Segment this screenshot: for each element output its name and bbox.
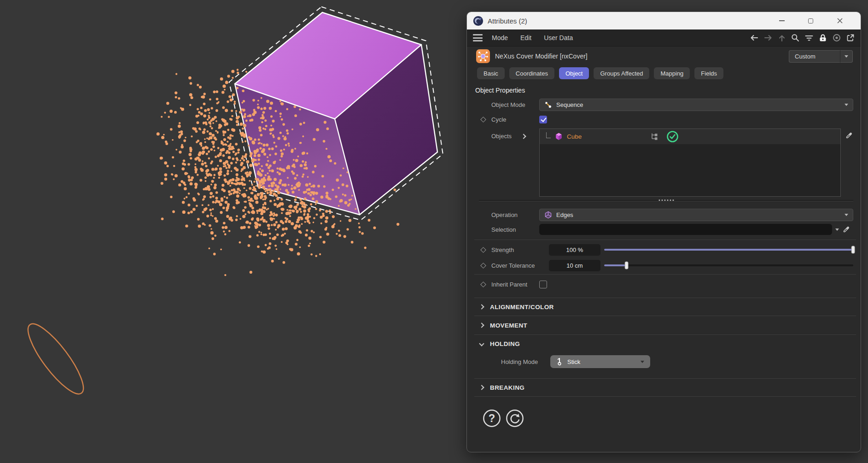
tab-basic[interactable]: Basic xyxy=(477,67,505,79)
sequence-icon xyxy=(544,101,552,109)
menu-toolbar xyxy=(750,34,855,42)
tab-object[interactable]: Object xyxy=(559,67,589,79)
selection-row: Selection xyxy=(467,224,861,235)
holding-mode-value: Stick xyxy=(567,358,580,365)
menu-bar: Mode Edit User Data xyxy=(467,29,861,47)
preset-value: Custom xyxy=(789,50,840,63)
inherit-parent-checkbox[interactable] xyxy=(539,281,547,288)
keyframe-diamond-icon[interactable] xyxy=(479,282,487,287)
strength-label: Strength xyxy=(491,246,539,253)
tab-coordinates[interactable]: Coordinates xyxy=(509,67,554,79)
preset-dropdown[interactable]: Custom xyxy=(789,50,853,63)
objects-row: Objects Cube xyxy=(467,129,861,197)
chevron-down-icon[interactable] xyxy=(835,229,839,231)
reset-refresh-icon[interactable] xyxy=(505,409,524,428)
tab-groups-affected[interactable]: Groups Affected xyxy=(594,67,649,79)
list-resize-splitter[interactable] xyxy=(479,199,853,203)
back-arrow-icon[interactable] xyxy=(750,34,758,41)
tab-mapping[interactable]: Mapping xyxy=(654,67,690,79)
minimize-icon xyxy=(779,20,785,21)
attributes-window: Attributes (2) Mode Edit User Data xyxy=(466,12,861,452)
edges-icon xyxy=(544,211,552,219)
footer-icons: ? xyxy=(467,397,861,428)
section-title: Object Properties xyxy=(467,82,861,95)
stick-icon xyxy=(556,358,563,366)
chevron-down-icon xyxy=(845,104,848,106)
eyedropper-icon[interactable] xyxy=(842,225,851,234)
keyframe-diamond-icon[interactable] xyxy=(479,117,487,122)
menu-item-user-data[interactable]: User Data xyxy=(544,34,573,41)
window-controls xyxy=(767,13,854,28)
menu-item-mode[interactable]: Mode xyxy=(492,34,508,41)
tree-branch-icon xyxy=(546,132,551,138)
section-movement[interactable]: MOVEMENT xyxy=(467,316,861,334)
objects-label-wrap: Objects xyxy=(491,129,539,144)
tab-bar: Basic Coordinates Object Groups Affected… xyxy=(467,66,861,82)
list-item-cube[interactable]: Cube xyxy=(540,129,840,144)
eyedropper-icon[interactable] xyxy=(845,131,853,141)
attributes-content: Object Properties Object Mode Sequence xyxy=(467,82,861,452)
tab-fields[interactable]: Fields xyxy=(694,67,723,79)
keyframe-diamond-icon[interactable] xyxy=(479,248,487,252)
object-mode-dropdown[interactable]: Sequence xyxy=(539,99,853,111)
chevron-right-icon xyxy=(479,304,484,309)
strength-row: Strength 100 % xyxy=(467,243,861,256)
section-alignment-color[interactable]: ALIGNMENT/COLOR xyxy=(467,298,861,316)
svg-text:?: ? xyxy=(489,412,495,424)
search-icon[interactable] xyxy=(791,34,799,42)
hierarchy-icon[interactable] xyxy=(650,133,659,141)
hamburger-menu-icon[interactable] xyxy=(473,34,483,41)
nxcover-modifier-icon xyxy=(476,49,490,63)
keyframe-diamond-icon[interactable] xyxy=(479,264,487,268)
cycle-checkbox[interactable] xyxy=(539,116,547,123)
object-mode-value: Sequence xyxy=(556,101,583,108)
section-breaking[interactable]: BREAKING xyxy=(467,379,861,396)
list-item-name[interactable]: Cube xyxy=(567,133,582,140)
window-title: Attributes (2) xyxy=(488,17,763,25)
popout-icon[interactable] xyxy=(846,34,855,42)
chevron-down-icon xyxy=(479,341,484,346)
cinema4d-logo-icon xyxy=(473,16,484,26)
chevron-down-icon xyxy=(641,361,644,363)
object-mode-row: Object Mode Sequence xyxy=(467,99,861,111)
inherit-parent-row: Inherit Parent xyxy=(467,278,861,290)
menu-item-edit[interactable]: Edit xyxy=(520,34,531,41)
slider-handle[interactable] xyxy=(624,262,628,270)
chevron-down-icon xyxy=(840,50,853,63)
objects-label: Objects xyxy=(491,133,512,140)
divider xyxy=(474,274,856,275)
forward-arrow-icon[interactable] xyxy=(764,34,773,41)
window-titlebar[interactable]: Attributes (2) xyxy=(467,12,861,29)
divider xyxy=(474,240,856,240)
selection-input[interactable] xyxy=(539,224,832,235)
inherit-parent-label: Inherit Parent xyxy=(491,281,539,288)
object-title: NeXus Cover Modifier [nxCover] xyxy=(495,53,784,60)
application-root: Attributes (2) Mode Edit User Data xyxy=(0,0,868,463)
holding-mode-label: Holding Mode xyxy=(501,358,550,365)
lock-icon[interactable] xyxy=(819,34,827,42)
chevron-right-icon xyxy=(479,322,484,328)
cover-tolerance-slider[interactable] xyxy=(604,262,853,270)
record-target-icon[interactable] xyxy=(833,34,841,42)
strength-slider[interactable] xyxy=(604,246,853,254)
operation-dropdown[interactable]: Edges xyxy=(539,209,853,221)
object-header: NeXus Cover Modifier [nxCover] Custom xyxy=(467,47,861,66)
strength-value[interactable]: 100 % xyxy=(549,244,600,256)
up-arrow-icon[interactable] xyxy=(778,34,786,42)
holding-mode-dropdown[interactable]: Stick xyxy=(550,355,650,368)
maximize-button[interactable] xyxy=(796,13,825,28)
operation-label: Operation xyxy=(491,211,539,218)
cube-object-icon xyxy=(554,132,563,141)
close-button[interactable] xyxy=(825,13,854,28)
enabled-check-icon[interactable] xyxy=(666,130,679,143)
section-holding[interactable]: HOLDING xyxy=(467,335,861,352)
filter-icon[interactable] xyxy=(805,34,813,42)
chevron-right-icon[interactable] xyxy=(521,134,526,139)
objects-list[interactable]: Cube xyxy=(539,129,841,197)
minimize-button[interactable] xyxy=(767,13,796,28)
help-icon[interactable]: ? xyxy=(482,409,501,428)
slider-handle[interactable] xyxy=(851,246,855,254)
holding-mode-row: Holding Mode Stick xyxy=(467,355,861,368)
cover-tolerance-value[interactable]: 10 cm xyxy=(549,260,600,271)
cover-tolerance-label: Cover Tolerance xyxy=(491,262,539,269)
